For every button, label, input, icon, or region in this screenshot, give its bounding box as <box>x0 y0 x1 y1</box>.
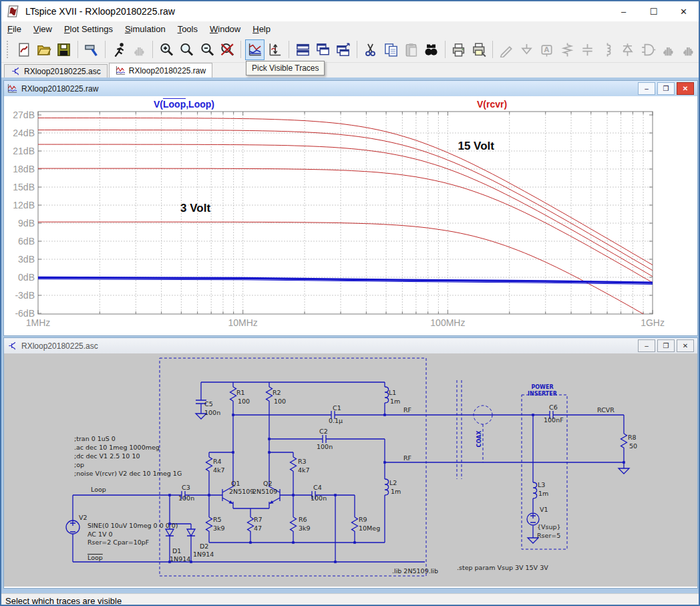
schematic-label[interactable]: 100 <box>238 398 250 405</box>
schematic-label[interactable]: R6 <box>299 516 307 523</box>
schematic-label[interactable]: 47 <box>254 524 262 532</box>
schematic-label[interactable]: 100n <box>204 409 220 416</box>
tile-horizontal-button[interactable] <box>294 40 311 59</box>
child-restore-button[interactable]: ❐ <box>657 82 675 95</box>
schematic-label[interactable]: Loop <box>91 486 106 493</box>
minimize-button[interactable]: – <box>608 1 639 21</box>
close-button[interactable]: ✕ <box>669 1 699 21</box>
schematic-label[interactable]: 1N914 <box>193 551 214 558</box>
schematic-label[interactable]: ;tran 0 1uS 0 <box>74 435 116 442</box>
menu-item-view[interactable]: View <box>27 23 58 35</box>
schematic-label[interactable]: 2N5109 <box>229 488 254 495</box>
schematic-label[interactable]: D2 <box>200 543 208 550</box>
schematic-label[interactable]: C4 <box>313 484 322 491</box>
schematic-label[interactable]: 100n <box>317 443 333 450</box>
child-close-button[interactable]: ✕ <box>677 339 694 352</box>
schematic-label[interactable]: Q2 <box>263 480 273 487</box>
schematic-label[interactable]: R8 <box>628 434 637 441</box>
schematic-label[interactable]: 1m <box>538 490 548 497</box>
schematic-label[interactable]: 0.1µ <box>329 417 343 424</box>
schematic-label[interactable]: COAX <box>476 430 482 448</box>
menu-item-file[interactable]: File <box>1 23 27 35</box>
schematic-label[interactable]: D1 <box>172 547 181 555</box>
schematic-label[interactable]: RF <box>403 454 411 462</box>
maximize-button[interactable]: ☐ <box>639 1 669 21</box>
schematic-label[interactable]: POWER <box>531 384 553 390</box>
schematic-label[interactable]: V1 <box>540 506 548 513</box>
schematic-label[interactable]: Rser=2 Cpar=10pF <box>88 539 149 546</box>
schematic-label[interactable]: C1 <box>333 404 341 412</box>
schematic-label[interactable]: 2N5109 <box>252 488 277 495</box>
find-button[interactable] <box>422 40 440 59</box>
zoom-out-button[interactable] <box>198 40 216 59</box>
schematic-label[interactable]: L3 <box>538 481 545 488</box>
control-panel-button[interactable] <box>83 40 100 59</box>
schematic-label[interactable]: 10Meg <box>359 524 380 532</box>
schematic-label[interactable]: 3k9 <box>213 524 225 532</box>
schematic-label[interactable]: 100n <box>178 494 194 502</box>
schematic-label[interactable]: L1 <box>389 389 396 396</box>
open-button[interactable] <box>35 40 52 59</box>
trace-label-vrcvr[interactable]: V(rcvr) <box>477 99 507 110</box>
zoom-in-button[interactable] <box>158 40 175 59</box>
print-setup-button[interactable] <box>470 40 488 59</box>
schematic-label[interactable]: 100 <box>274 398 286 405</box>
schematic-label[interactable]: R7 <box>254 516 262 523</box>
cut-button[interactable] <box>362 40 379 59</box>
schematic-label[interactable]: SINE(0 10uV 10meg 0 0 0 0) <box>88 522 178 529</box>
schematic-label[interactable]: V2 <box>79 514 88 521</box>
pick-visible-traces-button[interactable] <box>246 40 263 59</box>
schematic-label[interactable]: C3 <box>182 484 190 491</box>
schematic-label[interactable]: R9 <box>359 516 367 523</box>
schematic-label[interactable]: 4k7 <box>213 466 225 474</box>
schematic-label[interactable]: R4 <box>213 458 222 465</box>
autorange-y-button[interactable] <box>267 40 284 59</box>
zoom-full-button[interactable] <box>218 40 236 59</box>
schematic-label[interactable]: R2 <box>273 389 281 396</box>
schematic-label[interactable]: 3k9 <box>299 524 311 532</box>
schematic-label[interactable]: 1m <box>391 488 401 495</box>
schematic-label[interactable]: RF <box>403 406 411 414</box>
child-minimize-button[interactable]: – <box>638 82 655 95</box>
child-close-button[interactable]: ✕ <box>677 82 694 95</box>
schematic-label[interactable]: {Vsup} <box>537 523 561 531</box>
tab-schematic[interactable]: RXloop20180225.asc <box>4 64 108 78</box>
schematic-label[interactable]: ;noise V(rcvr) V2 dec 10 1meg 1G <box>74 470 182 477</box>
schematic-label[interactable]: 1m <box>390 398 400 405</box>
schematic-label[interactable]: Loop <box>88 554 103 561</box>
schematic-label[interactable]: 50 <box>629 442 637 450</box>
print-button[interactable] <box>450 40 468 59</box>
zoom-box-button[interactable] <box>178 40 196 59</box>
schematic-label[interactable]: R1 <box>236 389 245 396</box>
schematic-label[interactable]: 100n <box>311 494 327 502</box>
menu-item-tools[interactable]: Tools <box>172 23 204 35</box>
schematic-label[interactable]: R3 <box>298 458 307 465</box>
schematic-label[interactable]: AC 1V 0 <box>88 531 113 538</box>
new-schematic-button[interactable] <box>15 40 32 59</box>
schematic-label[interactable]: RCVR <box>597 406 615 414</box>
trace-label-vloop[interactable]: V(Loop,Loop) <box>154 99 214 110</box>
schematic-label[interactable]: ;dc dec V1 2.5 10 10 <box>74 452 140 460</box>
schematic-label[interactable]: 100nF <box>544 416 564 424</box>
copy-button[interactable] <box>382 40 399 59</box>
schematic-label[interactable]: 4k7 <box>298 466 310 474</box>
child-minimize-button[interactable]: – <box>638 339 655 352</box>
tile-vertical-button[interactable] <box>334 40 351 59</box>
schematic-label[interactable]: Q1 <box>231 480 240 487</box>
child-restore-button[interactable]: ❐ <box>657 339 675 352</box>
menu-item-simulation[interactable]: Simulation <box>119 23 172 35</box>
menu-item-window[interactable]: Window <box>204 23 246 35</box>
schematic-label[interactable]: C6 <box>549 404 558 411</box>
save-button[interactable] <box>55 40 72 59</box>
schematic-label[interactable]: C5 <box>204 400 213 408</box>
schematic-label[interactable]: R5 <box>213 516 222 523</box>
plot-area[interactable]: 27dB24dB21dB18dB15dB12dB9dB6dB3dB0dB-3dB… <box>4 96 697 334</box>
schematic-label[interactable]: ;op <box>74 461 84 468</box>
schematic-label[interactable]: C2 <box>319 428 328 435</box>
menu-item-help[interactable]: Help <box>246 23 277 35</box>
schematic-label[interactable]: Rser=5 <box>537 532 560 539</box>
schematic-label[interactable]: .step param Vsup 3V 15V 3V <box>457 564 548 571</box>
schematic-label[interactable]: .lib 2N5109.lib <box>392 567 438 575</box>
schematic-label[interactable]: INSERTER <box>528 391 557 397</box>
schematic-label[interactable]: L2 <box>389 479 397 486</box>
